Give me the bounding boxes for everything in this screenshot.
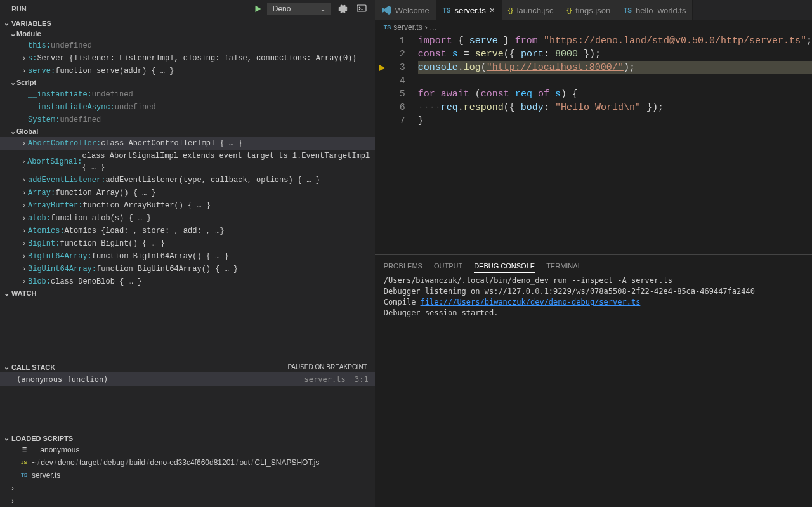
start-debug-icon[interactable] bbox=[253, 4, 262, 13]
run-header: RUN Deno ⌄ bbox=[0, 0, 375, 18]
chevron-down-icon: ⌄ bbox=[3, 434, 10, 442]
variable-row[interactable]: › addEventListener: addEventListener(typ… bbox=[0, 174, 375, 187]
variable-row[interactable]: › Array: function Array() { … } bbox=[0, 187, 375, 199]
chevron-down-icon: ⌄ bbox=[9, 128, 16, 136]
chevron-down-icon: ⌄ bbox=[3, 289, 10, 298]
chevron-right-icon: › bbox=[20, 200, 28, 211]
chevron-down-icon: ⌄ bbox=[320, 4, 326, 13]
tab-launch-jsc[interactable]: {}launch.jsc bbox=[502, 0, 561, 20]
panel-tab-terminal[interactable]: TERMINAL bbox=[546, 260, 582, 272]
ts-file-icon: TS bbox=[624, 7, 632, 14]
json-file-icon: {} bbox=[508, 7, 513, 14]
chevron-down-icon: ⌄ bbox=[3, 363, 10, 371]
json-file-icon: {} bbox=[566, 7, 572, 14]
console-link[interactable]: file:///Users/biwanczuk/dev/deno-debug/s… bbox=[421, 298, 641, 306]
variable-row[interactable]: › BigInt: function BigInt() { … } bbox=[0, 237, 375, 250]
variable-row[interactable]: › AbortSignal: class AbortSignalImpl ext… bbox=[0, 150, 375, 174]
console-link[interactable]: /Users/biwanczuk/.local/bin/deno_dev bbox=[384, 276, 549, 285]
tab-server-ts[interactable]: TSserver.ts× bbox=[436, 0, 502, 20]
svg-rect-0 bbox=[357, 5, 366, 11]
variable-group-script[interactable]: ⌄Script bbox=[0, 77, 375, 88]
chevron-right-icon: › bbox=[20, 263, 28, 275]
chevron-right-icon: › bbox=[9, 495, 16, 506]
debug-console-output[interactable]: /Users/biwanczuk/.local/bin/deno_dev run… bbox=[375, 274, 812, 320]
chevron-down-icon: ⌄ bbox=[9, 30, 16, 38]
ts-file-icon: TS bbox=[443, 7, 451, 14]
chevron-right-icon: › bbox=[20, 213, 28, 224]
frame-location: server.ts 3:1 bbox=[304, 374, 369, 385]
tab-tings-json[interactable]: {}tings.json bbox=[560, 0, 617, 20]
loaded-scripts-content: ☰__anonymous__JS~/dev/deno/target/debug/… bbox=[0, 444, 375, 507]
panel-tabs: PROBLEMSOUTPUTDEBUG CONSOLETERMINAL bbox=[375, 255, 812, 274]
chevron-right-icon: › bbox=[20, 276, 28, 287]
close-icon[interactable]: × bbox=[490, 5, 495, 15]
loaded-scripts-header[interactable]: ⌄ LOADED SCRIPTS bbox=[0, 433, 375, 444]
variable-group-global[interactable]: ⌄Global bbox=[0, 126, 375, 137]
variable-row[interactable]: __instantiate: undefined bbox=[0, 88, 375, 101]
variable-row[interactable]: › ArrayBuffer: function ArrayBuffer() { … bbox=[0, 199, 375, 212]
code-content: import { serve } from "https://deno.land… bbox=[418, 34, 812, 254]
frame-name: (anonymous function) bbox=[16, 374, 108, 385]
variable-row[interactable]: this: undefined bbox=[0, 39, 375, 52]
loaded-script-item[interactable]: JS~/dev/deno/target/debug/build/deno-ed3… bbox=[0, 456, 375, 469]
breadcrumbs[interactable]: TS server.ts › ... bbox=[375, 20, 812, 34]
chevron-right-icon: › bbox=[20, 225, 28, 237]
gear-icon[interactable] bbox=[336, 2, 350, 16]
chevron-down-icon: ⌄ bbox=[9, 79, 16, 87]
debug-config-select[interactable]: Deno ⌄ bbox=[267, 3, 331, 15]
console-line: Debugger session started. bbox=[384, 308, 803, 319]
variables-section-header[interactable]: ⌄ VARIABLES bbox=[0, 18, 375, 29]
variable-row[interactable]: › BigUint64Array: function BigUint64Arra… bbox=[0, 263, 375, 275]
tab-hello_world-ts[interactable]: TShello_world.ts bbox=[617, 0, 693, 20]
run-title: RUN bbox=[11, 5, 27, 13]
panel-tab-output[interactable]: OUTPUT bbox=[434, 260, 462, 272]
variable-row[interactable]: › atob: function atob(s) { … } bbox=[0, 212, 375, 225]
bottom-panel: PROBLEMSOUTPUTDEBUG CONSOLETERMINAL /Use… bbox=[375, 254, 812, 507]
chevron-right-icon: › bbox=[20, 53, 28, 64]
variable-row[interactable]: › BigInt64Array: function BigInt64Array(… bbox=[0, 250, 375, 263]
loaded-script-item[interactable]: › bbox=[0, 482, 375, 494]
loaded-script-item[interactable]: › bbox=[0, 494, 375, 507]
callstack-frame[interactable]: (anonymous function) server.ts 3:1 bbox=[0, 372, 375, 386]
chevron-right-icon: › bbox=[9, 482, 16, 494]
variables-content: ⌄Module this: undefined› s: Server {list… bbox=[0, 29, 375, 288]
ts-file-icon: TS bbox=[384, 24, 391, 30]
paused-status: PAUSED ON BREAKPOINT bbox=[287, 364, 367, 371]
callstack-section-header[interactable]: ⌄ CALL STACK PAUSED ON BREAKPOINT bbox=[0, 362, 375, 373]
tab-welcome[interactable]: Welcome bbox=[375, 0, 436, 20]
file-icon: ☰ bbox=[19, 445, 29, 455]
chevron-right-icon: › bbox=[20, 156, 27, 168]
breakpoint-indicator-icon[interactable] bbox=[377, 63, 386, 72]
loaded-script-item[interactable]: TSserver.ts bbox=[0, 469, 375, 482]
variable-row[interactable]: › s: Server {listener: ListenerImpl, clo… bbox=[0, 52, 375, 65]
variable-row[interactable]: __instantiateAsync: undefined bbox=[0, 101, 375, 114]
loaded-script-item[interactable]: ☰__anonymous__ bbox=[0, 444, 375, 456]
panel-tab-debug-console[interactable]: DEBUG CONSOLE bbox=[474, 260, 535, 273]
variable-row[interactable]: › serve: function serve(addr) { … } bbox=[0, 65, 375, 77]
ts-file-icon: TS bbox=[19, 470, 29, 480]
js-file-icon: JS bbox=[19, 458, 29, 468]
chevron-right-icon: › bbox=[20, 187, 28, 199]
vscode-icon bbox=[381, 5, 391, 15]
chevron-right-icon: › bbox=[20, 174, 28, 186]
chevron-right-icon: › bbox=[20, 251, 28, 262]
chevron-right-icon: › bbox=[20, 238, 28, 249]
console-line: Compile file:///Users/biwanczuk/dev/deno… bbox=[384, 297, 803, 308]
chevron-right-icon: › bbox=[20, 65, 28, 77]
variable-row[interactable]: › AbortController: class AbortController… bbox=[0, 137, 375, 150]
panel-tab-problems[interactable]: PROBLEMS bbox=[384, 260, 422, 272]
chevron-right-icon: › bbox=[20, 138, 28, 149]
console-line: /Users/biwanczuk/.local/bin/deno_dev run… bbox=[384, 275, 803, 286]
console-line: Debugger listening on ws://127.0.0.1:922… bbox=[384, 286, 803, 297]
editor-tabs: WelcomeTSserver.ts×{}launch.jsc{}tings.j… bbox=[375, 0, 812, 20]
watch-section-header[interactable]: ⌄ WATCH bbox=[0, 288, 375, 299]
chevron-down-icon: ⌄ bbox=[3, 19, 10, 27]
code-editor[interactable]: 1234567 import { serve } from "https://d… bbox=[375, 34, 812, 254]
debug-console-icon[interactable] bbox=[355, 2, 369, 16]
variable-group-module[interactable]: ⌄Module bbox=[0, 29, 375, 39]
chevron-right-icon: › bbox=[425, 23, 428, 32]
variable-row[interactable]: System: undefined bbox=[0, 114, 375, 126]
variable-row[interactable]: › Blob: class DenoBlob { … } bbox=[0, 275, 375, 288]
variable-row[interactable]: › Atomics: Atomics {load: , store: , add… bbox=[0, 225, 375, 237]
